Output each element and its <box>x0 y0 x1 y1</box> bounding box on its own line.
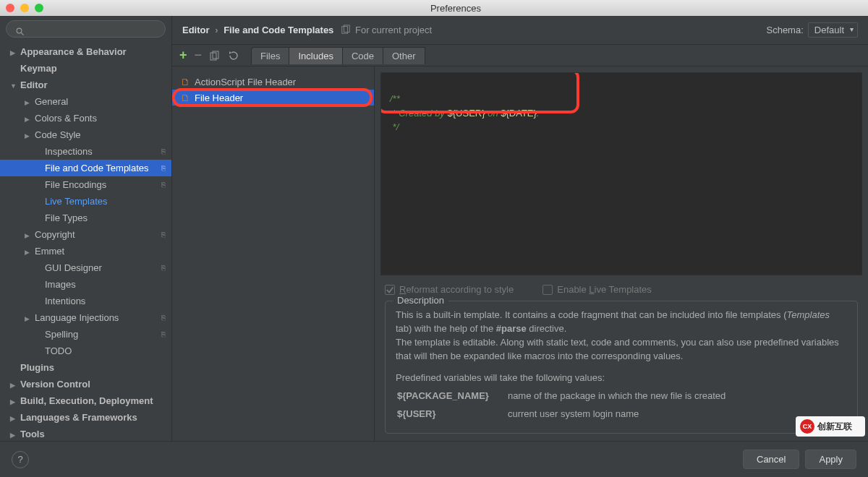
project-scope-icon <box>161 330 166 338</box>
sidebar-item-file-encodings[interactable]: File Encodings <box>0 176 171 193</box>
content-panel: Editor › File and Code Templates For cur… <box>172 16 868 441</box>
tab-files[interactable]: Files <box>251 47 289 64</box>
template-item-label: File Header <box>195 93 243 103</box>
template-list: 🗋ActionScript File Header🗋File Header <box>172 66 375 441</box>
sidebar-item-label: Inspections <box>45 146 93 157</box>
sidebar-item-label: Colors & Fonts <box>35 113 97 124</box>
tree-arrow-icon <box>10 412 17 423</box>
cancel-button[interactable]: Cancel <box>743 450 799 469</box>
sidebar-item-editor[interactable]: Editor <box>0 77 171 93</box>
tree-arrow-icon <box>10 395 17 406</box>
variable-description: name of the package in which the new fil… <box>508 387 743 403</box>
sidebar-item-images[interactable]: Images <box>0 276 171 293</box>
sidebar-item-code-style[interactable]: Code Style <box>0 126 171 143</box>
help-button[interactable]: ? <box>12 451 29 468</box>
project-scope-icon <box>341 25 351 35</box>
scope-label: For current project <box>341 25 432 35</box>
svg-line-1 <box>22 33 24 35</box>
search-input[interactable] <box>6 20 166 38</box>
schema-dropdown[interactable]: Default <box>808 22 858 38</box>
reformat-checkbox[interactable]: Reformat according to style <box>385 284 514 295</box>
tree-arrow-icon <box>25 113 32 124</box>
project-scope-icon <box>161 314 166 322</box>
sidebar-item-label: Code Style <box>35 129 81 140</box>
sidebar-item-file-types[interactable]: File Types <box>0 210 171 226</box>
breadcrumb-root[interactable]: Editor <box>182 25 210 35</box>
sidebar-item-label: Tools <box>20 429 45 439</box>
template-item[interactable]: 🗋ActionScript File Header <box>172 74 374 90</box>
sidebar-item-languages-frameworks[interactable]: Languages & Frameworks <box>0 409 171 426</box>
tab-other[interactable]: Other <box>383 47 425 64</box>
window-title: Preferences <box>43 3 868 14</box>
tree-arrow-icon <box>25 229 32 240</box>
tab-includes[interactable]: Includes <box>289 47 342 64</box>
breadcrumb-leaf: File and Code Templates <box>224 25 333 35</box>
sidebar-item-file-and-code-templates[interactable]: File and Code Templates <box>0 160 171 176</box>
tree-arrow-icon <box>10 46 17 57</box>
tree-arrow-icon <box>25 129 32 140</box>
window-controls <box>6 4 43 12</box>
variable-description: current user system login name <box>508 405 743 421</box>
minimize-window-icon[interactable] <box>20 4 29 12</box>
enable-live-templates-checkbox[interactable]: Enable Live Templates <box>542 284 652 295</box>
add-template-button[interactable]: + <box>179 48 187 63</box>
sidebar-item-gui-designer[interactable]: GUI Designer <box>0 259 171 276</box>
sidebar-item-build-execution-deployment[interactable]: Build, Execution, Deployment <box>0 392 171 409</box>
tree-arrow-icon <box>25 312 32 323</box>
sidebar-item-plugins[interactable]: Plugins <box>0 359 171 376</box>
project-scope-icon <box>161 181 166 189</box>
sidebar-item-todo[interactable]: TODO <box>0 343 171 359</box>
sidebar-item-label: File and Code Templates <box>45 163 149 173</box>
apply-button[interactable]: Apply <box>805 450 856 469</box>
tab-code[interactable]: Code <box>342 47 383 64</box>
variable-name: ${USER} <box>397 405 506 421</box>
sidebar-item-label: Intentions <box>45 296 85 306</box>
template-editor[interactable]: /** * Created by ${USER} on ${DATE}. */ <box>380 72 862 275</box>
settings-sidebar: Appearance & BehaviorKeymapEditorGeneral… <box>0 16 172 441</box>
sidebar-item-colors-fonts[interactable]: Colors & Fonts <box>0 110 171 126</box>
sidebar-item-label: Build, Execution, Deployment <box>20 395 153 406</box>
reset-template-icon[interactable] <box>228 50 239 61</box>
sidebar-item-keymap[interactable]: Keymap <box>0 60 171 77</box>
sidebar-item-intentions[interactable]: Intentions <box>0 293 171 309</box>
sidebar-item-label: File Encodings <box>45 179 106 190</box>
watermark-logo: CX 创新互联 <box>796 416 865 437</box>
tree-arrow-icon <box>10 429 17 439</box>
sidebar-item-tools[interactable]: Tools <box>0 426 171 441</box>
sidebar-item-label: Live Templates <box>45 196 107 207</box>
sidebar-item-spelling[interactable]: Spelling <box>0 326 171 343</box>
sidebar-item-general[interactable]: General <box>0 93 171 110</box>
close-window-icon[interactable] <box>6 4 14 12</box>
variable-name: ${PACKAGE_NAME} <box>397 387 506 403</box>
sidebar-item-copyright[interactable]: Copyright <box>0 226 171 243</box>
search-icon <box>16 27 25 36</box>
template-tabs: FilesIncludesCodeOther <box>251 47 424 64</box>
sidebar-item-live-templates[interactable]: Live Templates <box>0 193 171 210</box>
zoom-window-icon[interactable] <box>35 4 43 12</box>
sidebar-item-inspections[interactable]: Inspections <box>0 143 171 160</box>
template-toolbar: + − FilesIncludesCodeOther <box>172 45 868 66</box>
remove-template-button[interactable]: − <box>195 48 203 63</box>
description-legend: Description <box>393 295 448 306</box>
sidebar-item-version-control[interactable]: Version Control <box>0 376 171 392</box>
variable-row: ${PACKAGE_NAME}name of the package in wh… <box>397 387 743 403</box>
sidebar-item-label: Copyright <box>35 229 75 240</box>
sidebar-item-label: Editor <box>20 80 48 90</box>
tree-arrow-icon <box>10 80 17 90</box>
sidebar-item-emmet[interactable]: Emmet <box>0 243 171 259</box>
sidebar-item-language-injections[interactable]: Language Injections <box>0 309 171 326</box>
tree-arrow-icon <box>25 96 32 107</box>
sidebar-item-label: Version Control <box>20 379 90 390</box>
sidebar-item-appearance-behavior[interactable]: Appearance & Behavior <box>0 43 171 60</box>
variable-row: ${USER}current user system login name <box>397 405 743 421</box>
template-item[interactable]: 🗋File Header <box>172 90 374 106</box>
project-scope-icon <box>161 147 166 155</box>
tree-arrow-icon <box>25 246 32 257</box>
dialog-footer: ? Cancel Apply <box>0 441 868 477</box>
settings-tree: Appearance & BehaviorKeymapEditorGeneral… <box>0 42 171 441</box>
sidebar-item-label: GUI Designer <box>45 262 102 273</box>
description-panel: Description This is a built-in template.… <box>385 301 858 434</box>
copy-template-icon[interactable] <box>209 50 221 61</box>
project-scope-icon <box>161 231 166 239</box>
template-item-label: ActionScript File Header <box>195 77 296 87</box>
